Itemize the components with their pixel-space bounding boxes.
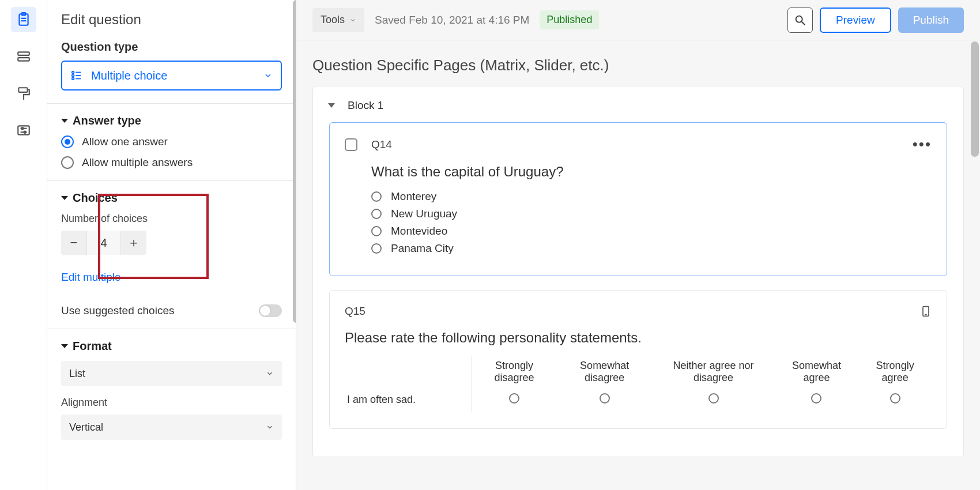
alignment-label: Alignment — [61, 397, 282, 409]
main-canvas: Tools Saved Feb 10, 2021 at 4:16 PM Publ… — [296, 0, 980, 490]
use-suggested-label: Use suggested choices — [61, 304, 174, 317]
caret-down-icon — [61, 344, 68, 348]
tools-button[interactable]: Tools — [312, 8, 364, 32]
matrix-radio[interactable] — [890, 393, 900, 404]
radio-icon — [371, 243, 382, 254]
question-type-value: Multiple choice — [91, 69, 167, 82]
edit-question-panel: Edit question Question type Multiple cho… — [47, 0, 296, 490]
svg-point-17 — [72, 78, 74, 80]
matrix-scale-header: Strongly agree — [858, 356, 932, 387]
matrix-scale-header: Somewhat disagree — [557, 356, 653, 387]
question-type-label: Question type — [61, 40, 282, 54]
question-more-icon[interactable]: ••• — [913, 135, 932, 153]
iconbar-paint-icon[interactable] — [11, 81, 36, 106]
choices-increment-button[interactable]: ＋ — [121, 231, 146, 255]
edit-multiple-link[interactable]: Edit multiple — [61, 271, 121, 284]
q14-option[interactable]: Monterey — [371, 190, 932, 203]
divider — [47, 180, 296, 181]
topbar: Tools Saved Feb 10, 2021 at 4:16 PM Publ… — [296, 0, 980, 40]
answer-type-one[interactable]: Allow one answer — [61, 135, 282, 148]
radio-icon — [371, 191, 382, 202]
caret-down-icon — [328, 103, 335, 108]
svg-line-20 — [802, 21, 805, 25]
multiple-choice-icon — [70, 69, 83, 82]
question-card-q15[interactable]: Q15 Please rate the following personalit… — [329, 290, 947, 429]
saved-status: Saved Feb 10, 2021 at 4:16 PM — [375, 14, 529, 27]
matrix-radio[interactable] — [600, 393, 610, 404]
choices-count-value: 4 — [86, 231, 121, 255]
q14-option[interactable]: Panama City — [371, 242, 932, 255]
question-select-checkbox[interactable] — [345, 138, 357, 151]
radio-icon — [371, 209, 382, 219]
radio-icon — [371, 226, 382, 236]
svg-rect-4 — [18, 52, 29, 55]
published-badge: Published — [540, 10, 599, 29]
use-suggested-choices-row: Use suggested choices — [61, 304, 282, 317]
svg-point-13 — [72, 71, 74, 74]
preview-button[interactable]: Preview — [820, 7, 891, 33]
mobile-icon — [920, 303, 932, 319]
q14-option[interactable]: Montevideo — [371, 225, 932, 238]
matrix-radio[interactable] — [708, 393, 719, 404]
svg-rect-6 — [18, 88, 27, 92]
question-id: Q14 — [371, 138, 392, 151]
matrix-radio[interactable] — [811, 393, 821, 404]
iconbar-settings-icon[interactable] — [11, 118, 36, 143]
question-text[interactable]: What is the capital of Uruguay? — [371, 164, 932, 180]
answer-type-multiple[interactable]: Allow multiple answers — [61, 156, 282, 169]
choices-decrement-button[interactable]: − — [61, 231, 86, 255]
caret-down-icon — [61, 196, 68, 200]
use-suggested-toggle[interactable] — [259, 304, 282, 317]
chevron-down-icon — [263, 71, 273, 80]
search-button[interactable] — [787, 7, 813, 33]
chevron-down-icon — [349, 17, 356, 24]
svg-rect-8 — [18, 126, 29, 134]
question-card-q14[interactable]: Q14 ••• What is the capital of Uruguay? … — [329, 122, 947, 276]
number-of-choices-label: Number of choices — [61, 213, 282, 225]
q14-option[interactable]: New Uruguay — [371, 208, 932, 220]
caret-down-icon — [61, 119, 68, 123]
search-icon — [794, 14, 806, 27]
matrix-table: Strongly disagree Somewhat disagree Neit… — [345, 356, 932, 412]
svg-rect-5 — [18, 58, 29, 61]
block-label: Block 1 — [348, 99, 383, 112]
question-type-select[interactable]: Multiple choice — [61, 61, 282, 91]
choices-header[interactable]: Choices — [61, 191, 282, 205]
question-id: Q15 — [345, 305, 365, 318]
choices-stepper: − 4 ＋ — [61, 231, 146, 255]
question-text[interactable]: Please rate the following personality st… — [345, 330, 932, 346]
iconbar-survey-icon[interactable] — [11, 7, 36, 32]
chevron-down-icon — [266, 423, 274, 431]
format-header[interactable]: Format — [61, 340, 282, 353]
radio-unchecked-icon — [61, 156, 74, 169]
panel-title: Edit question — [61, 12, 282, 28]
matrix-scale-header: Neither agree nor disagree — [653, 356, 775, 387]
publish-button[interactable]: Publish — [898, 7, 964, 33]
matrix-statement[interactable]: I am often sad. — [345, 387, 472, 412]
iconbar — [0, 0, 47, 490]
chevron-down-icon — [266, 370, 274, 378]
format-alignment-select[interactable]: Vertical — [61, 414, 282, 440]
block-header[interactable]: Block 1 — [322, 96, 954, 122]
matrix-scale-header: Somewhat agree — [775, 356, 859, 387]
matrix-radio[interactable] — [509, 393, 519, 404]
matrix-row: I am often sad. — [345, 387, 932, 412]
divider — [47, 329, 296, 329]
radio-checked-icon — [61, 135, 74, 148]
answer-type-header[interactable]: Answer type — [61, 114, 282, 127]
iconbar-layout-icon[interactable] — [11, 44, 36, 69]
page-title: Question Specific Pages (Matrix, Slider,… — [312, 56, 964, 74]
format-layout-select[interactable]: List — [61, 361, 282, 386]
matrix-scale-header: Strongly disagree — [472, 356, 557, 387]
svg-point-19 — [796, 16, 802, 22]
svg-point-15 — [72, 74, 74, 77]
divider — [47, 103, 296, 104]
survey-block-card: Block 1 Q14 ••• What is the capital of U… — [312, 86, 964, 457]
main-scrollbar[interactable] — [971, 42, 979, 157]
